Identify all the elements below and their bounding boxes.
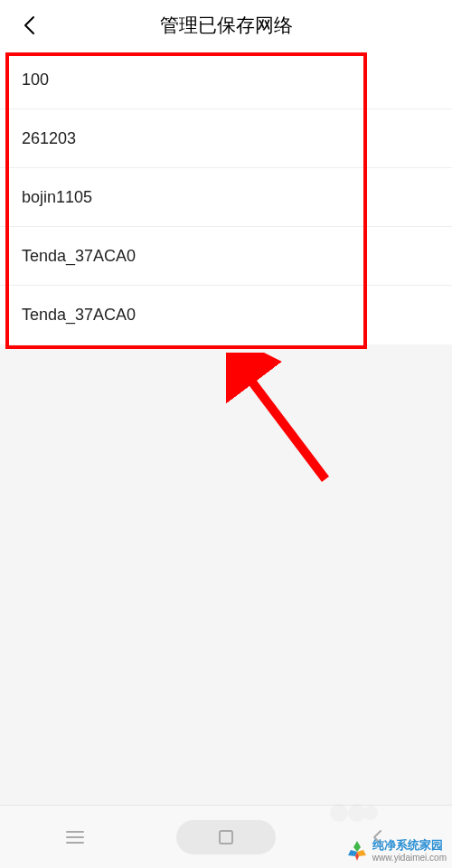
chevron-left-icon [23, 15, 35, 35]
network-name: 100 [22, 71, 49, 90]
network-item[interactable]: bojin1105 [0, 168, 452, 227]
network-item[interactable]: Tenda_37ACA0 [0, 227, 452, 286]
back-button[interactable] [16, 13, 42, 38]
content-area: 100 261203 bojin1105 Tenda_37ACA0 Tenda_… [0, 51, 452, 805]
watermark-logo-icon [345, 839, 369, 863]
network-name: Tenda_37ACA0 [22, 247, 136, 266]
watermark-url: www.yidaimei.com [372, 853, 447, 863]
watermark-text: 纯净系统家园 www.yidaimei.com [372, 839, 447, 862]
watermark: 纯净系统家园 www.yidaimei.com [345, 839, 447, 863]
network-name: 261203 [22, 129, 76, 148]
network-item[interactable]: Tenda_37ACA0 [0, 286, 452, 344]
network-item[interactable]: 100 [0, 51, 452, 109]
watermark-brand: 纯净系统家园 [372, 839, 447, 852]
network-name: bojin1105 [22, 188, 92, 207]
svg-rect-5 [220, 831, 232, 844]
network-name: Tenda_37ACA0 [22, 306, 136, 325]
page-title: 管理已保存网络 [0, 13, 452, 38]
square-icon [218, 829, 234, 845]
nav-home-button[interactable] [176, 820, 276, 854]
menu-icon [65, 830, 85, 844]
nav-recent-button[interactable] [25, 820, 125, 854]
network-list: 100 261203 bojin1105 Tenda_37ACA0 Tenda_… [0, 51, 452, 344]
network-item[interactable]: 261203 [0, 109, 452, 168]
header-bar: 管理已保存网络 [0, 0, 452, 51]
